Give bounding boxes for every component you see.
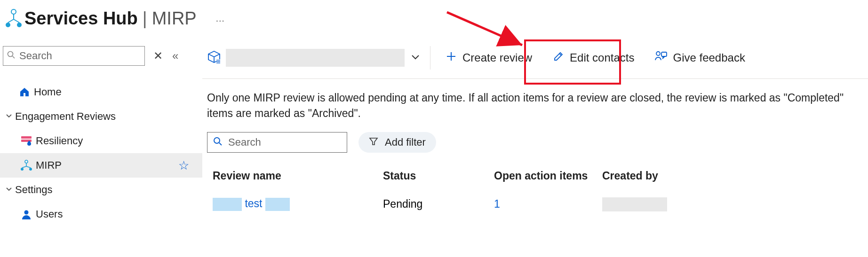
svg-point-1 [6, 23, 10, 27]
feedback-icon [655, 51, 667, 65]
svg-point-8 [21, 168, 24, 171]
search-icon [213, 137, 223, 148]
package-selector[interactable] [207, 49, 420, 67]
status-cell: Pending [383, 198, 494, 210]
column-created-by[interactable]: Created by [602, 170, 743, 182]
favorite-star-icon[interactable]: ☆ [178, 158, 189, 173]
svg-line-4 [13, 56, 15, 59]
add-filter-button[interactable]: Add filter [358, 132, 436, 153]
chevron-down-icon [3, 112, 15, 121]
page-section: MIRP [152, 8, 197, 29]
button-label: Edit contacts [570, 51, 634, 64]
svg-point-10 [24, 210, 29, 215]
sidebar-search-input[interactable] [19, 50, 141, 62]
review-name-link[interactable]: test [213, 197, 290, 210]
table-header: Review name Status Open action items Cre… [202, 159, 868, 193]
svg-point-9 [29, 168, 32, 171]
svg-rect-18 [661, 52, 667, 56]
chevron-down-icon [3, 186, 15, 194]
table-search[interactable] [207, 132, 347, 153]
divider [430, 46, 430, 70]
package-name-redacted [226, 49, 405, 67]
sidebar-item-resiliency[interactable]: Resiliency [0, 129, 202, 153]
page-header: Services Hub | MIRP … [0, 0, 868, 37]
sidebar-item-label: Users [36, 208, 63, 220]
table-row[interactable]: test Pending 1 [202, 193, 868, 216]
clear-search-button[interactable]: ✕ [153, 49, 163, 62]
sidebar-item-users[interactable]: Users [0, 202, 202, 226]
svg-point-17 [656, 52, 660, 55]
column-review-name[interactable]: Review name [213, 170, 383, 182]
resiliency-icon [17, 136, 36, 146]
page-title: Services Hub [24, 8, 138, 29]
mirp-icon [17, 160, 36, 171]
svg-point-2 [17, 23, 22, 27]
sidebar-item-mirp[interactable]: MIRP ☆ [0, 153, 202, 178]
create-review-button[interactable]: Create review [441, 48, 537, 68]
sidebar: ✕ « Home Engagement Reviews [0, 37, 202, 257]
open-items-link[interactable]: 1 [494, 198, 500, 210]
plus-icon [446, 51, 457, 65]
column-open-action-items[interactable]: Open action items [494, 170, 602, 182]
svg-rect-5 [21, 136, 32, 139]
filter-icon [369, 136, 378, 148]
sidebar-item-label: Home [34, 86, 62, 98]
sidebar-item-label: Resiliency [36, 135, 83, 147]
info-text: Only one MIRP review is allowed pending … [202, 79, 868, 127]
sidebar-item-label: Engagement Reviews [15, 110, 116, 123]
collapse-sidebar-button[interactable]: « [172, 49, 178, 62]
button-label: Give feedback [673, 51, 745, 64]
review-name-visible: test [245, 197, 262, 210]
edit-contacts-button[interactable]: Edit contacts [548, 48, 639, 68]
more-button[interactable]: … [215, 13, 226, 24]
created-by-redacted [602, 197, 667, 211]
svg-point-7 [25, 160, 28, 163]
chevron-down-icon [411, 53, 420, 62]
give-feedback-button[interactable]: Give feedback [650, 48, 749, 68]
svg-point-20 [214, 138, 220, 143]
title-separator: | [143, 8, 147, 29]
sidebar-item-settings[interactable]: Settings [0, 178, 202, 202]
button-label: Add filter [385, 136, 426, 148]
pencil-icon [553, 51, 564, 65]
svg-point-0 [11, 9, 16, 14]
button-label: Create review [462, 51, 532, 64]
toolbar: Create review Edit contacts Give feedbac… [202, 37, 868, 79]
svg-line-21 [219, 143, 222, 145]
package-icon [207, 50, 221, 66]
svg-point-3 [8, 52, 13, 57]
home-icon [15, 86, 34, 98]
svg-rect-11 [216, 59, 220, 63]
sidebar-item-label: MIRP [36, 159, 62, 171]
sidebar-item-label: Settings [15, 184, 53, 196]
main-content: Create review Edit contacts Give feedbac… [202, 37, 868, 257]
search-icon [7, 51, 16, 61]
sidebar-item-home[interactable]: Home [0, 80, 202, 104]
user-icon [17, 209, 36, 219]
sidebar-item-engagement-reviews[interactable]: Engagement Reviews [0, 104, 202, 129]
services-hub-icon [3, 9, 24, 28]
column-status[interactable]: Status [383, 170, 494, 182]
table-search-input[interactable] [228, 136, 341, 148]
sidebar-search[interactable] [3, 46, 145, 66]
